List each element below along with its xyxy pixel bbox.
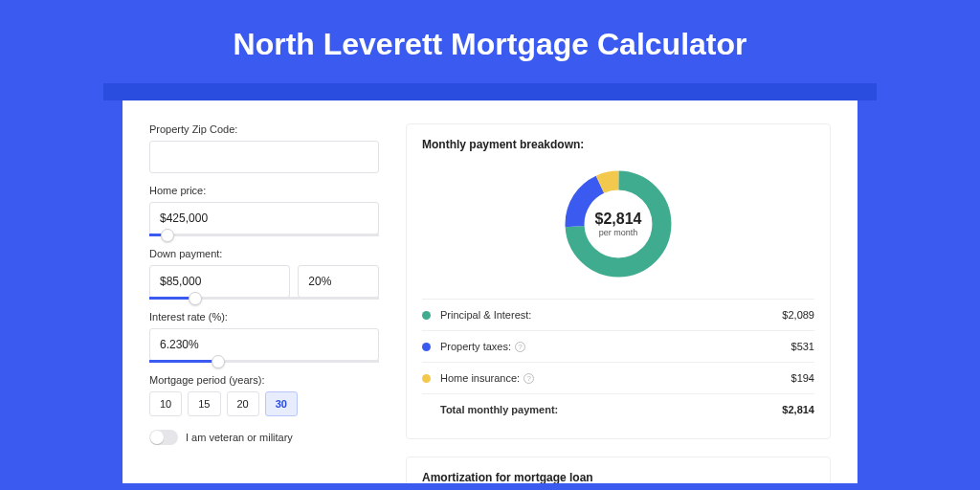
zip-field: Property Zip Code: bbox=[149, 123, 379, 173]
amortization-panel: Amortization for mortgage loan Amortizat… bbox=[406, 457, 831, 483]
legend-label: Property taxes: ? bbox=[440, 341, 791, 352]
period-option-15[interactable]: 15 bbox=[188, 391, 220, 416]
down-payment-label: Down payment: bbox=[149, 248, 379, 259]
down-payment-amount-input[interactable] bbox=[149, 265, 290, 298]
period-label: Mortgage period (years): bbox=[149, 374, 379, 386]
interest-rate-slider[interactable] bbox=[149, 360, 379, 363]
donut-chart-wrap: $2,814 per month bbox=[422, 159, 814, 299]
interest-rate-input[interactable] bbox=[149, 328, 379, 361]
interest-rate-field: Interest rate (%): bbox=[149, 311, 379, 363]
home-price-input[interactable] bbox=[149, 202, 379, 234]
legend-row-total: Total monthly payment: $2,814 bbox=[422, 394, 814, 425]
period-options: 10 15 20 30 bbox=[149, 391, 379, 416]
legend-total-label: Total monthly payment: bbox=[440, 404, 782, 415]
legend-total-amount: $2,814 bbox=[782, 404, 814, 415]
down-payment-field: Down payment: bbox=[149, 248, 379, 300]
legend-label: Principal & Interest: bbox=[440, 309, 782, 321]
legend: Principal & Interest: $2,089 Property ta… bbox=[422, 299, 814, 425]
breakdown-panel: Monthly payment breakdown: $2,814 per mo… bbox=[406, 123, 831, 439]
down-payment-slider[interactable] bbox=[149, 297, 379, 300]
info-icon[interactable]: ? bbox=[515, 342, 525, 352]
donut-center-value: $2,814 bbox=[595, 211, 642, 228]
page-title: North Leverett Mortgage Calculator bbox=[0, 0, 980, 83]
interest-rate-label: Interest rate (%): bbox=[149, 311, 379, 323]
legend-label-text: Property taxes: bbox=[440, 341, 511, 352]
legend-dot-blue bbox=[422, 343, 431, 351]
results-panel: Monthly payment breakdown: $2,814 per mo… bbox=[406, 123, 831, 483]
toggle-knob bbox=[150, 431, 164, 444]
donut-chart: $2,814 per month bbox=[561, 167, 676, 281]
header-accent-bar bbox=[103, 83, 877, 100]
legend-label: Home insurance: ? bbox=[440, 372, 791, 384]
inputs-panel: Property Zip Code: Home price: Down paym… bbox=[149, 123, 379, 483]
period-option-30[interactable]: 30 bbox=[265, 391, 298, 416]
home-price-label: Home price: bbox=[149, 185, 379, 196]
veteran-toggle[interactable] bbox=[149, 430, 178, 445]
breakdown-title: Monthly payment breakdown: bbox=[422, 138, 814, 151]
legend-amount: $2,089 bbox=[782, 309, 814, 321]
legend-amount: $194 bbox=[791, 372, 814, 384]
slider-thumb[interactable] bbox=[212, 355, 225, 368]
period-field: Mortgage period (years): 10 15 20 30 bbox=[149, 374, 379, 416]
legend-row-taxes: Property taxes: ? $531 bbox=[422, 331, 814, 363]
legend-dot-yellow bbox=[422, 374, 431, 383]
legend-dot-green bbox=[422, 311, 431, 320]
legend-amount: $531 bbox=[791, 341, 814, 352]
info-icon[interactable]: ? bbox=[523, 373, 534, 384]
home-price-slider[interactable] bbox=[149, 234, 379, 236]
slider-thumb[interactable] bbox=[189, 292, 202, 305]
legend-label-text: Home insurance: bbox=[440, 372, 520, 384]
amortization-title: Amortization for mortgage loan bbox=[422, 471, 814, 483]
slider-thumb[interactable] bbox=[161, 229, 174, 242]
donut-center-sub: per month bbox=[599, 228, 638, 237]
legend-row-principal: Principal & Interest: $2,089 bbox=[422, 300, 814, 331]
period-option-10[interactable]: 10 bbox=[149, 391, 182, 416]
legend-row-insurance: Home insurance: ? $194 bbox=[422, 363, 814, 394]
zip-input[interactable] bbox=[149, 141, 379, 173]
donut-center: $2,814 per month bbox=[561, 167, 676, 281]
calculator-card: Property Zip Code: Home price: Down paym… bbox=[122, 100, 858, 483]
veteran-label: I am veteran or military bbox=[186, 432, 293, 443]
period-option-20[interactable]: 20 bbox=[227, 391, 259, 416]
down-payment-percent-input[interactable] bbox=[298, 265, 379, 298]
home-price-field: Home price: bbox=[149, 185, 379, 236]
veteran-row: I am veteran or military bbox=[149, 430, 379, 445]
zip-label: Property Zip Code: bbox=[149, 123, 379, 135]
